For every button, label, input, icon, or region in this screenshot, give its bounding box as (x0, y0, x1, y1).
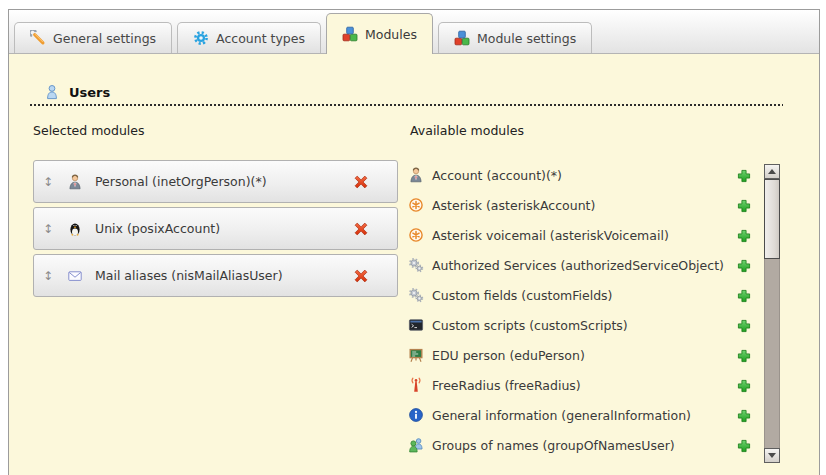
available-modules-label: Available modules (410, 123, 764, 138)
add-module-button[interactable] (737, 438, 751, 452)
available-module-row: General information (generalInformation) (407, 400, 764, 430)
add-module-button[interactable] (737, 258, 751, 272)
delete-x-icon (353, 268, 369, 284)
tab-label: General settings (53, 31, 156, 46)
tab-modules[interactable]: Modules (326, 13, 433, 54)
info-icon (408, 407, 424, 423)
drag-handle-icon[interactable]: ↕ (43, 269, 59, 283)
module-label: Asterisk (asteriskAccount) (432, 198, 595, 213)
scroll-down-button[interactable] (764, 448, 780, 463)
available-module-row: Custom fields (customFields) (407, 280, 764, 310)
tab-label: Module settings (477, 31, 576, 46)
add-plus-icon (737, 199, 751, 213)
drag-handle-icon[interactable]: ↕ (43, 175, 59, 189)
blocks-icon (342, 26, 358, 42)
available-module-row: Authorized Services (authorizedServiceOb… (407, 250, 764, 280)
module-label: Personal (inetOrgPerson)(*) (95, 174, 267, 189)
tab-label: Account types (216, 31, 305, 46)
module-label: EDU person (eduPerson) (432, 348, 585, 363)
triangle-down-icon (768, 453, 776, 458)
selected-module-row[interactable]: ↕ Personal (inetOrgPerson)(*) (33, 160, 398, 203)
asterisk-icon (408, 197, 424, 213)
triangle-up-icon (768, 169, 776, 174)
person-icon (67, 174, 83, 190)
wrench-icon (30, 30, 46, 46)
selected-modules-label: Selected modules (33, 123, 407, 138)
blocks-icon (454, 30, 470, 46)
tab-bar: General settings Account types Modules M… (9, 10, 819, 54)
add-plus-icon (737, 409, 751, 423)
module-label: FreeRadius (freeRadius) (432, 378, 581, 393)
module-label: Custom fields (customFields) (432, 288, 612, 303)
module-label: Mail aliases (nisMailAliasUser) (95, 268, 283, 283)
add-plus-icon (737, 379, 751, 393)
available-modules-column: Available modules Account (account)(*) A… (407, 123, 764, 460)
gears-icon (408, 287, 424, 303)
add-module-button[interactable] (737, 198, 751, 212)
section-title: Users (69, 85, 110, 100)
add-plus-icon (737, 349, 751, 363)
delete-x-icon (353, 221, 369, 237)
add-plus-icon (737, 229, 751, 243)
users-section-header: Users (30, 84, 783, 106)
person-icon (408, 167, 424, 183)
add-module-button[interactable] (737, 228, 751, 242)
add-module-button[interactable] (737, 348, 751, 362)
available-module-row: EDU person (eduPerson) (407, 340, 764, 370)
module-label: General information (generalInformation) (432, 408, 691, 423)
add-module-button[interactable] (737, 288, 751, 302)
user-pawn-icon (44, 84, 60, 100)
blackboard-icon (408, 347, 424, 363)
mail-envelope-icon (67, 268, 83, 284)
available-module-row: Custom scripts (customScripts) (407, 310, 764, 340)
tab-module-settings[interactable]: Module settings (438, 22, 592, 53)
module-label: Account (account)(*) (432, 168, 562, 183)
module-label: Custom scripts (customScripts) (432, 318, 628, 333)
tab-account-types[interactable]: Account types (177, 22, 321, 53)
gear-icon (193, 30, 209, 46)
remove-module-button[interactable] (353, 174, 369, 190)
selected-module-row[interactable]: ↕ Unix (posixAccount) (33, 207, 398, 250)
available-module-row: FreeRadius (freeRadius) (407, 370, 764, 400)
scroll-up-button[interactable] (764, 164, 780, 179)
group-icon (408, 437, 424, 453)
available-module-row: Account (account)(*) (407, 160, 764, 190)
module-label: Asterisk voicemail (asteriskVoicemail) (432, 228, 669, 243)
add-plus-icon (737, 169, 751, 183)
scrollbar-thumb[interactable] (764, 179, 780, 259)
delete-x-icon (353, 174, 369, 190)
add-module-button[interactable] (737, 318, 751, 332)
gears-icon (408, 257, 424, 273)
asterisk-icon (408, 227, 424, 243)
add-module-button[interactable] (737, 168, 751, 182)
add-module-button[interactable] (737, 378, 751, 392)
module-label: Groups of names (groupOfNamesUser) (432, 438, 675, 453)
available-modules-scrollbar[interactable] (764, 164, 780, 463)
add-plus-icon (737, 319, 751, 333)
antenna-icon (408, 377, 424, 393)
remove-module-button[interactable] (353, 268, 369, 284)
drag-handle-icon[interactable]: ↕ (43, 222, 59, 236)
add-plus-icon (737, 289, 751, 303)
module-label: Unix (posixAccount) (95, 221, 220, 236)
available-module-row: Asterisk (asteriskAccount) (407, 190, 764, 220)
selected-modules-list: ↕ Personal (inetOrgPerson)(*) ↕ Unix (po… (30, 160, 407, 297)
add-plus-icon (737, 259, 751, 273)
selected-module-row[interactable]: ↕ Mail aliases (nisMailAliasUser) (33, 254, 398, 297)
add-module-button[interactable] (737, 408, 751, 422)
available-module-row: Groups of names (groupOfNamesUser) (407, 430, 764, 460)
tab-general-settings[interactable]: General settings (14, 22, 172, 53)
tab-label: Modules (365, 27, 417, 42)
terminal-icon (408, 317, 424, 333)
modules-tab-content: Users Selected modules ↕ Personal (inetO… (9, 54, 819, 475)
selected-modules-column: Selected modules ↕ Personal (inetOrgPers… (30, 123, 407, 460)
available-modules-list: Account (account)(*) Asterisk (asteriskA… (407, 160, 764, 460)
remove-module-button[interactable] (353, 221, 369, 237)
module-label: Authorized Services (authorizedServiceOb… (432, 258, 724, 273)
available-module-row: Asterisk voicemail (asteriskVoicemail) (407, 220, 764, 250)
add-plus-icon (737, 439, 751, 453)
configuration-panel: General settings Account types Modules M… (8, 9, 820, 475)
tux-penguin-icon (67, 221, 83, 237)
